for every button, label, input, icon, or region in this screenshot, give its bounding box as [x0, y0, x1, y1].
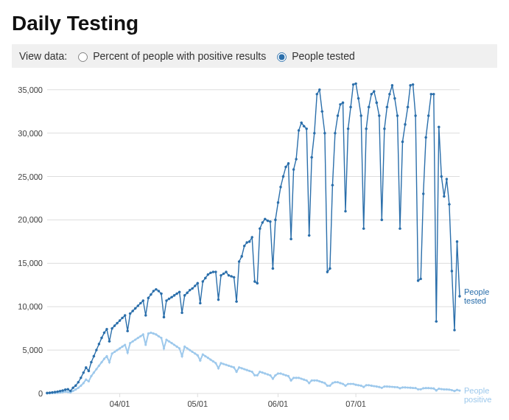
data-point [246, 369, 248, 371]
data-point [204, 355, 206, 357]
data-point [391, 385, 393, 388]
y-tick-label: 10,000 [18, 302, 43, 311]
data-point [233, 366, 235, 368]
data-point [306, 379, 308, 382]
data-point [376, 385, 378, 388]
data-point [209, 359, 211, 361]
data-point [371, 93, 373, 96]
data-point [181, 355, 183, 357]
data-point [77, 387, 80, 389]
data-point [220, 274, 222, 277]
data-point [393, 97, 396, 100]
data-point [388, 385, 390, 388]
data-point [354, 83, 357, 85]
data-point [207, 357, 209, 359]
data-point [98, 365, 100, 367]
radio-option-percent[interactable]: Percent of people with positive results [74, 50, 266, 62]
data-point [323, 132, 326, 135]
data-point [342, 382, 344, 385]
data-point [165, 299, 168, 302]
data-point [347, 382, 349, 385]
data-point [59, 390, 62, 393]
data-point [339, 382, 341, 384]
data-point [160, 293, 163, 295]
data-point [83, 371, 85, 374]
data-point [310, 156, 313, 159]
data-point [401, 386, 404, 388]
data-point [231, 365, 233, 368]
data-point [129, 342, 131, 344]
x-tick-label: 04/01 [110, 399, 130, 408]
data-point [261, 221, 264, 224]
data-point [396, 386, 399, 388]
data-point [349, 106, 352, 109]
radio-percent-input[interactable] [78, 52, 88, 62]
data-point [318, 380, 320, 382]
data-point [430, 387, 432, 389]
radio-option-tested[interactable]: People tested [273, 50, 355, 62]
data-point [217, 367, 220, 369]
data-point [150, 293, 152, 296]
data-point [432, 93, 435, 96]
data-point [116, 349, 119, 351]
data-point [409, 84, 412, 87]
data-point [282, 175, 285, 178]
data-point [250, 236, 253, 239]
data-point [100, 337, 103, 340]
data-point [399, 227, 401, 230]
data-point [142, 299, 145, 302]
data-point [228, 274, 231, 277]
data-point [163, 316, 166, 319]
data-point [383, 385, 385, 388]
data-point [105, 355, 108, 357]
data-point [355, 384, 357, 386]
data-point [110, 327, 113, 330]
testing-chart: 05,00010,00015,00020,00025,00030,00035,0… [12, 75, 498, 414]
data-point [225, 364, 227, 366]
data-point [129, 312, 132, 315]
data-point [238, 260, 241, 263]
data-point [251, 371, 253, 373]
data-point [378, 114, 381, 117]
data-point [85, 366, 88, 369]
data-point [256, 374, 259, 377]
data-point [228, 365, 230, 367]
data-point [331, 382, 334, 384]
data-point [158, 290, 161, 293]
view-data-controls: View data: Percent of people with positi… [12, 44, 497, 68]
data-point [407, 106, 410, 109]
data-point [173, 343, 175, 346]
data-point [66, 388, 69, 391]
data-point [222, 273, 225, 276]
data-point [368, 106, 371, 109]
data-point [414, 114, 417, 117]
data-point [274, 374, 276, 377]
data-point [220, 362, 222, 364]
data-point [287, 162, 290, 165]
data-point [139, 335, 141, 337]
data-point [298, 129, 301, 132]
data-point [173, 294, 176, 297]
data-point [420, 388, 422, 391]
data-point [74, 385, 77, 388]
data-point [272, 267, 275, 270]
radio-tested-input[interactable] [277, 52, 287, 62]
data-point [170, 296, 173, 299]
data-point [316, 93, 319, 96]
data-point [197, 282, 200, 285]
data-point [446, 178, 449, 181]
data-point [93, 355, 96, 358]
data-point [417, 279, 420, 282]
data-point [264, 218, 267, 221]
data-point [422, 192, 425, 195]
data-point [337, 381, 339, 383]
data-point [458, 390, 460, 392]
data-point [217, 298, 220, 301]
data-point [124, 343, 126, 346]
data-point [334, 381, 336, 383]
data-point [404, 123, 407, 126]
data-point [235, 300, 238, 303]
data-point [119, 347, 121, 349]
data-point [230, 275, 233, 278]
data-point [248, 370, 250, 372]
